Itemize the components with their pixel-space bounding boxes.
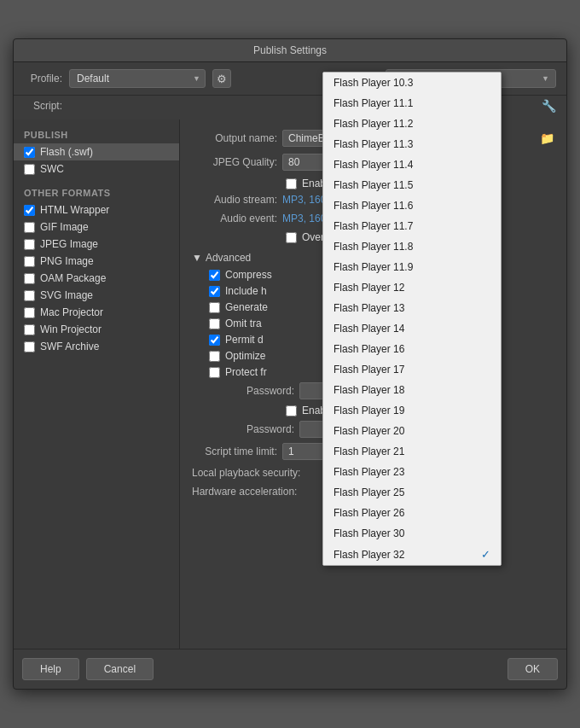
dropdown-item[interactable]: Flash Player 11.6 <box>323 195 501 216</box>
dropdown-item[interactable]: Flash Player 21 <box>323 441 501 462</box>
dropdown-item[interactable]: Flash Player 10.3 <box>323 73 501 93</box>
compress-checkbox[interactable] <box>209 270 220 281</box>
cancel-button[interactable]: Cancel <box>86 658 154 680</box>
sidebar-item-html-wrapper[interactable]: HTML Wrapper <box>14 201 179 218</box>
profile-select[interactable]: Default <box>69 69 206 88</box>
omit-checkbox[interactable] <box>209 318 220 329</box>
override-checkbox[interactable] <box>286 232 297 243</box>
sidebar-item-swc[interactable]: SWC <box>14 160 179 178</box>
include-checkbox[interactable] <box>209 286 220 297</box>
ok-button[interactable]: OK <box>508 658 558 680</box>
dropdown-item[interactable]: Flash Player 32✓ <box>323 544 501 565</box>
dropdown-item[interactable]: Flash Player 11.7 <box>323 216 501 236</box>
publish-section-title: PUBLISH <box>14 126 179 143</box>
dropdown-item[interactable]: Flash Player 11.2 <box>323 114 501 134</box>
gear-button[interactable]: ⚙ <box>212 69 231 88</box>
optimize-label: Optimize <box>225 350 265 362</box>
audio-stream-label: Audio stream: <box>192 194 277 206</box>
dropdown-item[interactable]: Flash Player 14 <box>323 318 501 339</box>
svg-image-label: SVG Image <box>40 289 93 301</box>
sidebar-item-mac-projector[interactable]: Mac Projector <box>14 304 179 321</box>
audio-event-label: Audio event: <box>192 213 277 224</box>
dropdown-item[interactable]: Flash Player 11.1 <box>323 93 501 114</box>
sidebar-item-png-image[interactable]: PNG Image <box>14 253 179 270</box>
oam-package-checkbox[interactable] <box>24 273 35 284</box>
local-playback-label: Local playback security: <box>192 467 300 479</box>
footer: Help Cancel OK <box>14 649 566 689</box>
dropdown-item[interactable]: Flash Player 11.8 <box>323 236 501 257</box>
swf-archive-label: SWF Archive <box>40 341 99 352</box>
jpeg-quality-label: JPEG Quality: <box>192 156 277 168</box>
output-name-label: Output name: <box>192 132 277 144</box>
flash-swf-checkbox[interactable] <box>24 147 35 158</box>
sidebar-item-win-projector[interactable]: Win Projector <box>14 321 179 338</box>
mac-projector-checkbox[interactable] <box>24 307 35 318</box>
advanced-label: Advanced <box>206 252 251 264</box>
target-dropdown: Flash Player 10.3Flash Player 11.1Flash … <box>322 72 502 566</box>
dropdown-item[interactable]: Flash Player 20 <box>323 421 501 441</box>
swf-archive-checkbox[interactable] <box>24 341 35 352</box>
dropdown-item[interactable]: Flash Player 25 <box>323 482 501 503</box>
flash-swf-label: Flash (.swf) <box>40 146 93 158</box>
enable-jpeg-checkbox[interactable] <box>286 178 297 189</box>
sidebar-item-svg-image[interactable]: SVG Image <box>14 287 179 304</box>
png-image-checkbox[interactable] <box>24 256 35 267</box>
gif-image-checkbox[interactable] <box>24 222 35 233</box>
oam-package-label: OAM Package <box>40 272 106 284</box>
png-image-label: PNG Image <box>40 255 94 267</box>
jpeg-image-label: JPEG Image <box>40 238 98 250</box>
profile-label: Profile: <box>24 73 62 84</box>
omit-label: Omit tra <box>225 317 262 329</box>
script-icon-button[interactable]: 🔧 <box>542 99 556 113</box>
sidebar-item-jpeg-image[interactable]: JPEG Image <box>14 236 179 253</box>
chevron-down-icon: ▼ <box>192 252 202 264</box>
gear-icon: ⚙ <box>217 73 227 85</box>
dropdown-item[interactable]: Flash Player 12 <box>323 277 501 298</box>
output-browse-button[interactable]: 📁 <box>540 131 554 145</box>
dialog-title: Publish Settings <box>14 39 566 62</box>
permit-checkbox[interactable] <box>209 335 220 346</box>
sidebar-item-swf-archive[interactable]: SWF Archive <box>14 338 179 355</box>
swc-checkbox[interactable] <box>24 164 35 175</box>
win-projector-checkbox[interactable] <box>24 324 35 335</box>
dropdown-item[interactable]: Flash Player 13 <box>323 298 501 318</box>
script-time-label: Script time limit: <box>192 446 277 457</box>
publish-settings-dialog: Publish Settings Profile: Default ⚙ Targ… <box>13 38 567 690</box>
dialog-title-text: Publish Settings <box>253 44 327 56</box>
sidebar-item-gif-image[interactable]: GIF Image <box>14 218 179 236</box>
dropdown-item[interactable]: Flash Player 11.4 <box>323 154 501 175</box>
password-label-2: Password: <box>192 423 294 435</box>
jpeg-image-checkbox[interactable] <box>24 239 35 250</box>
dropdown-item[interactable]: Flash Player 18 <box>323 380 501 400</box>
svg-image-checkbox[interactable] <box>24 290 35 301</box>
password-label-1: Password: <box>192 385 294 397</box>
script-label: Script: <box>24 100 62 112</box>
dropdown-item[interactable]: Flash Player 16 <box>323 339 501 359</box>
other-formats-title: OTHER FORMATS <box>14 184 179 201</box>
optimize-checkbox[interactable] <box>209 351 220 362</box>
script-time-input[interactable] <box>282 443 325 460</box>
win-projector-label: Win Projector <box>40 323 102 335</box>
permit-label: Permit d <box>225 334 264 346</box>
dropdown-item[interactable]: Flash Player 23 <box>323 462 501 482</box>
dropdown-item[interactable]: Flash Player 19 <box>323 400 501 421</box>
profile-select-wrapper: Default <box>69 69 206 88</box>
generate-label: Generate <box>225 301 268 313</box>
sidebar-item-flash-swf[interactable]: Flash (.swf) <box>14 143 179 160</box>
generate-checkbox[interactable] <box>209 302 220 313</box>
html-wrapper-checkbox[interactable] <box>24 205 35 216</box>
dropdown-item[interactable]: Flash Player 30 <box>323 523 501 544</box>
dropdown-item[interactable]: Flash Player 17 <box>323 359 501 380</box>
sidebar-item-oam-package[interactable]: OAM Package <box>14 270 179 287</box>
wrench-icon: 🔧 <box>542 99 556 113</box>
enable-d-checkbox[interactable] <box>286 405 297 416</box>
swc-label: SWC <box>40 163 64 175</box>
dropdown-item[interactable]: Flash Player 26 <box>323 503 501 523</box>
help-button[interactable]: Help <box>22 658 79 680</box>
mac-projector-label: Mac Projector <box>40 306 103 318</box>
dropdown-item[interactable]: Flash Player 11.3 <box>323 134 501 154</box>
dropdown-item[interactable]: Flash Player 11.9 <box>323 257 501 277</box>
dropdown-item[interactable]: Flash Player 11.5 <box>323 175 501 195</box>
hardware-label: Hardware acceleration: <box>192 486 297 498</box>
protect-checkbox[interactable] <box>209 367 220 378</box>
